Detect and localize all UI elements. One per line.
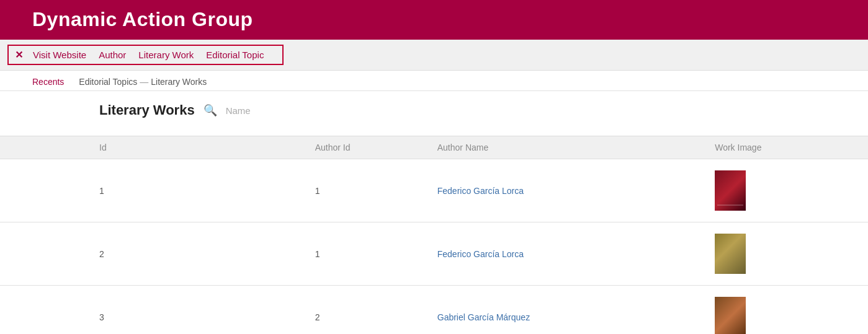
toolbar-item-author[interactable]: Author: [99, 48, 138, 61]
breadcrumb-recents[interactable]: Recents: [32, 77, 64, 87]
cell-work-image: [715, 286, 868, 335]
col-header-author-name: Author Name: [437, 136, 715, 159]
toolbar-item-editorial-topic[interactable]: Editorial Topic: [206, 48, 276, 61]
table-row: 11Federico García Lorca: [0, 159, 868, 222]
search-label: Name: [226, 105, 251, 116]
toolbar-item-visit-website[interactable]: Visit Website: [33, 48, 99, 61]
cell-author-id: 2: [315, 286, 437, 335]
work-image: [715, 297, 746, 334]
breadcrumb: Recents Editorial Topics — Literary Work…: [0, 71, 868, 91]
cell-author-id: 1: [315, 159, 437, 222]
table-row: 21Federico García Lorca: [0, 222, 868, 286]
section-header: Literary Works 🔍 Name: [0, 102, 868, 125]
breadcrumb-separator: —: [140, 77, 148, 87]
breadcrumb-editorial-topics[interactable]: Editorial Topics: [79, 77, 137, 87]
cell-id: 1: [0, 159, 315, 222]
work-image: [715, 170, 746, 211]
breadcrumb-literary-works[interactable]: Literary Works: [151, 77, 207, 87]
search-icon[interactable]: 🔍: [204, 103, 217, 117]
cell-id: 2: [0, 222, 315, 286]
cell-work-image: [715, 159, 868, 222]
cell-author-name[interactable]: Federico García Lorca: [437, 222, 715, 286]
cell-author-id: 1: [315, 222, 437, 286]
app-header: Dynamic Action Group: [0, 0, 868, 40]
table-header-row: Id Author Id Author Name Work Image: [0, 136, 868, 159]
col-header-id: Id: [0, 136, 315, 159]
section-title: Literary Works: [99, 102, 195, 118]
toolbar-item-literary-work[interactable]: Literary Work: [138, 48, 206, 61]
literary-works-table-container: Id Author Id Author Name Work Image 11Fe…: [0, 136, 868, 334]
col-header-work-image: Work Image: [715, 136, 868, 159]
author-name-link[interactable]: Federico García Lorca: [437, 249, 524, 259]
cell-author-name[interactable]: Federico García Lorca: [437, 159, 715, 222]
author-name-link[interactable]: Gabriel García Márquez: [437, 312, 530, 322]
col-header-author-id: Author Id: [315, 136, 437, 159]
main-content: Literary Works 🔍 Name Id Author Id Autho…: [0, 91, 868, 334]
toolbar: ✕ Visit Website Author Literary Work Edi…: [0, 40, 868, 71]
app-title: Dynamic Action Group: [32, 8, 253, 31]
table-row: 32Gabriel García Márquez: [0, 286, 868, 335]
cell-author-name[interactable]: Gabriel García Márquez: [437, 286, 715, 335]
toolbar-action-group: ✕ Visit Website Author Literary Work Edi…: [7, 45, 284, 65]
cell-work-image: [715, 222, 868, 286]
literary-works-table: Id Author Id Author Name Work Image 11Fe…: [0, 136, 868, 334]
author-name-link[interactable]: Federico García Lorca: [437, 186, 524, 196]
cell-id: 3: [0, 286, 315, 335]
close-button[interactable]: ✕: [15, 49, 23, 61]
work-image: [715, 234, 746, 274]
